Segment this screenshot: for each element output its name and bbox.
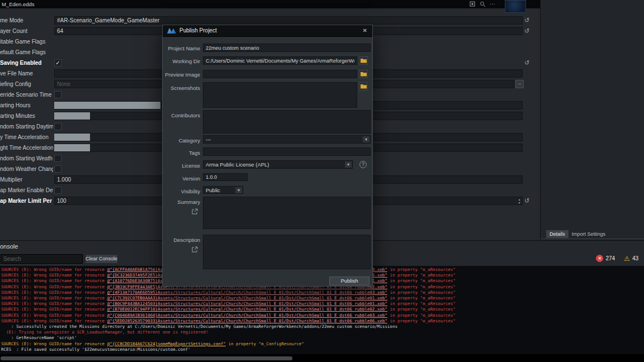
workbench-window: M_Eden.edds … me Mode#AR-Scenario_GameMo… xyxy=(0,0,644,362)
version-label: Version xyxy=(163,175,200,182)
checkbox[interactable]: ✓ xyxy=(54,59,61,66)
log-text: in property "m_aResources" xyxy=(387,307,456,312)
tags-label: Tags xyxy=(163,150,200,156)
property-value-field[interactable]: #AR-Scenario_GameMode_GameMaster xyxy=(54,16,523,25)
property-label: ght Time Acceleration xyxy=(0,145,53,151)
property-label: y Time Acceleration xyxy=(0,134,53,140)
error-count: 274 xyxy=(605,255,615,261)
log-text: SOURCES (E): Wrong GUID/name for resourc… xyxy=(1,273,107,278)
map-thumbnail[interactable] xyxy=(505,0,526,13)
texture-tab[interactable]: M_Eden.edds xyxy=(2,1,35,7)
console-title: onsole xyxy=(0,243,18,250)
screenshots-browse-button[interactable] xyxy=(359,82,368,90)
visibility-label: Visibility xyxy=(163,188,200,194)
log-line: SOURCES (E): Wrong GUID/name for resourc… xyxy=(1,318,644,324)
working-dir-browse-button[interactable] xyxy=(359,56,368,65)
checkbox[interactable] xyxy=(54,155,61,162)
property-label: iefing Config xyxy=(0,81,53,87)
working-dir-input[interactable] xyxy=(203,56,357,65)
log-resource-link[interactable]: @"{CC8CDD184A67C624}someMapExportSetting… xyxy=(107,341,226,346)
screenshots-label: Screenshots xyxy=(163,85,200,91)
checkbox[interactable] xyxy=(54,187,61,194)
slider-fill[interactable] xyxy=(54,102,160,109)
contributors-label: Contributors xyxy=(163,112,200,118)
console-search-input[interactable] xyxy=(1,254,83,264)
log-text: SOURCES (E): Wrong GUID/name for resourc… xyxy=(1,301,107,306)
log-resource-link[interactable]: @"{C7C392C07EB0AAA3}Assets/Structures/Cu… xyxy=(107,296,387,301)
checkbox[interactable] xyxy=(54,123,61,130)
reset-icon[interactable]: ↺ xyxy=(524,27,529,35)
screenshots-textarea[interactable] xyxy=(203,82,357,108)
close-icon[interactable]: ✕ xyxy=(363,27,367,34)
property-label: arting Hours xyxy=(0,102,53,108)
license-value: Arma Public License (APL) xyxy=(206,161,269,168)
workbench-logo-icon xyxy=(167,28,176,34)
log-line: SOURCES (E): Wrong GUID/name for resourc… xyxy=(1,307,644,312)
tags-input[interactable] xyxy=(203,147,371,156)
log-text: in property "m_aResources" xyxy=(387,318,456,323)
log-text: (E): Trying to unregister a SCR_LoadoutM… xyxy=(1,330,208,335)
warning-icon: ⚠ xyxy=(624,255,630,262)
browse-button[interactable]: .. xyxy=(515,80,524,88)
version-input[interactable] xyxy=(203,173,248,181)
license-help-icon[interactable]: ? xyxy=(359,161,367,168)
contributors-textarea[interactable] xyxy=(203,110,371,134)
log-text: RCES : File saved successfully '$22meucu… xyxy=(1,347,191,352)
log-line: SOURCES (E): Wrong GUID/name for resourc… xyxy=(1,296,644,301)
log-resource-link[interactable]: @"{B70E0012EC94FF10}Assets/Structures/Cu… xyxy=(107,307,387,312)
category-select[interactable]: --- ▾ xyxy=(203,135,371,144)
log-text: SOURCES (E): Wrong GUID/name for resourc… xyxy=(1,296,107,301)
log-text: SOURCES (E): Wrong GUID/name for resourc… xyxy=(1,341,107,346)
description-external-editor-icon[interactable] xyxy=(191,246,198,254)
property-label: efault Game Flags xyxy=(0,49,53,55)
zoom-icon[interactable] xyxy=(480,1,486,8)
slider-fill[interactable] xyxy=(54,134,90,141)
checkbox[interactable] xyxy=(54,91,61,98)
license-select[interactable]: Arma Public License (APL) ▾ xyxy=(203,160,353,169)
visibility-select[interactable]: Public ▾ xyxy=(203,186,243,194)
detail-tabs: DetailsImport Settings xyxy=(546,230,609,239)
texture-tabbar: M_Eden.edds … xyxy=(0,0,540,8)
property-label: ap Marker Enable Dele xyxy=(0,187,53,193)
project-name-input[interactable] xyxy=(203,44,371,52)
summary-external-editor-icon[interactable] xyxy=(191,208,198,216)
tab-details[interactable]: Details xyxy=(546,230,569,238)
preview-image-browse-button[interactable] xyxy=(359,70,368,78)
log-resource-link[interactable]: @"{C004689A1B361060}Assets/Structures/Cu… xyxy=(107,313,387,318)
log-resource-link[interactable]: @"{B0C9F443BA124503}Assets/Structures/Cu… xyxy=(107,301,387,306)
clear-console-button[interactable]: Clear Console xyxy=(85,254,118,264)
slider-fill[interactable] xyxy=(54,144,90,151)
property-label: ayer Count xyxy=(0,28,53,34)
publish-button[interactable]: Publish xyxy=(329,277,370,285)
summary-textarea[interactable] xyxy=(203,197,371,229)
warning-count: 43 xyxy=(632,255,638,261)
reset-icon[interactable]: ↺ xyxy=(524,197,529,204)
category-value: --- xyxy=(206,136,211,142)
log-line: : Successfully created the Missions dire… xyxy=(1,324,644,330)
tab-import-settings[interactable]: Import Settings xyxy=(569,230,609,238)
spinner-down-icon[interactable]: ▾ xyxy=(518,201,520,204)
log-resource-link[interactable]: @"{4F13A7170AE6D595}Assets/Structures/Cu… xyxy=(107,290,387,295)
checkbox[interactable] xyxy=(54,165,61,173)
spinner-icon[interactable]: ▴▾ xyxy=(517,197,522,204)
project-name-label: Project Name xyxy=(163,45,200,51)
fit-frame-icon[interactable] xyxy=(470,1,475,8)
log-text: SOURCES (E): Wrong GUID/name for resourc… xyxy=(1,313,107,318)
log-line: SOURCES (E): Wrong GUID/name for resourc… xyxy=(1,313,644,318)
log-text: SOURCES (E): Wrong GUID/name for resourc… xyxy=(1,278,107,283)
horizontal-scrollbar[interactable] xyxy=(1,356,292,360)
reset-icon[interactable]: ↺ xyxy=(524,59,529,66)
more-icon[interactable]: … xyxy=(490,0,495,6)
log-text: in property "m_aResources" xyxy=(387,267,456,272)
log-resource-link[interactable]: @"{5EDD285263579033}Assets/Structures/Cu… xyxy=(107,318,387,323)
property-label: itable Game Flags xyxy=(0,39,53,45)
reset-icon[interactable]: ↺ xyxy=(524,17,529,24)
preview-image-input[interactable] xyxy=(203,70,357,78)
log-text: : Successfully created the Missions dire… xyxy=(1,324,397,329)
property-label: ndom Weather Chang xyxy=(0,166,53,172)
log-text: SOURCES (E): Wrong GUID/name for resourc… xyxy=(1,267,107,272)
description-textarea[interactable] xyxy=(203,235,371,269)
dialog-titlebar[interactable]: Publish Project ✕ xyxy=(163,25,372,37)
slider-fill[interactable] xyxy=(54,112,90,120)
property-label: arting Minutes xyxy=(0,113,53,119)
